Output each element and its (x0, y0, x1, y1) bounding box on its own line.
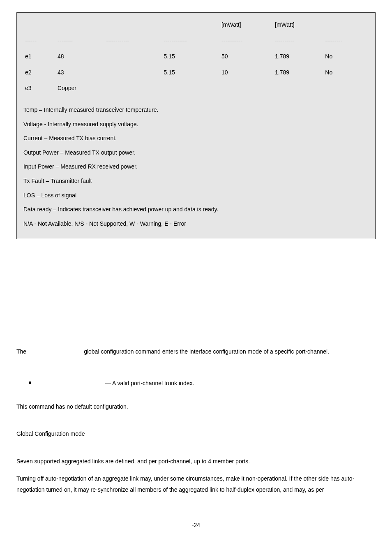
cell-volt (104, 49, 162, 65)
table-row: e2 43 5.15 10 1.789 No (23, 65, 369, 81)
dash-col2: -------- (56, 33, 104, 49)
guideline-text-2: Turning off auto-negotiation of an aggre… (16, 473, 376, 495)
note-data: Data ready – Indicates transceiver has a… (23, 204, 369, 215)
intro-paragraph: The global configuration command enters … (16, 346, 376, 357)
output-panel: [mWatt] [mWatt] ------ -------- --------… (16, 12, 376, 239)
dash-col1: ------ (23, 33, 56, 49)
bullet-icon (29, 382, 31, 384)
note-voltage: Voltage - Internally measured supply vol… (23, 119, 369, 130)
dash-col5: ----------- (220, 33, 273, 49)
cell-volt (104, 65, 162, 81)
hdr-col1 (23, 17, 56, 33)
cell-port: e3 (23, 80, 56, 96)
transceiver-table: [mWatt] [mWatt] ------ -------- --------… (23, 17, 369, 96)
default-config-text: This command has no default configuratio… (16, 401, 376, 412)
cell-temp: 48 (56, 49, 104, 65)
hdr-col6: [mWatt] (273, 17, 323, 33)
note-txfault: Tx Fault – Transmitter fault (23, 176, 369, 187)
cell-temp: Copper (56, 80, 104, 96)
table-dash-row: ------ -------- ------------ -----------… (23, 33, 369, 49)
intro-prefix: The (16, 346, 26, 357)
cell-status: No (323, 65, 369, 81)
hdr-col4 (162, 17, 220, 33)
hdr-col3 (104, 17, 162, 33)
cell-in: 1.789 (273, 65, 323, 81)
legend-notes: Temp – Internally measured transceiver t… (23, 104, 369, 229)
table-row: e1 48 5.15 50 1.789 No (23, 49, 369, 65)
table-row: e3 Copper (23, 80, 369, 96)
hdr-col7 (323, 17, 369, 33)
hdr-col5: [mWatt] (220, 17, 273, 33)
note-input: Input Power – Measured RX received power… (23, 161, 369, 172)
cell-status (323, 80, 369, 96)
cell-curr (162, 80, 220, 96)
command-mode-text: Global Configuration mode (16, 428, 376, 439)
cell-port: e1 (23, 49, 56, 65)
cell-volt (104, 80, 162, 96)
hdr-col2 (56, 17, 104, 33)
dash-col7: --------- (323, 33, 369, 49)
cell-out: 10 (220, 65, 273, 81)
cell-temp: 43 (56, 65, 104, 81)
page-number: -24 (16, 520, 376, 531)
cell-curr: 5.15 (162, 65, 220, 81)
guideline-text-1: Seven supported aggregated links are def… (16, 456, 376, 467)
cell-out: 50 (220, 49, 273, 65)
bullet-text: — A valid port-channel trunk index. (105, 378, 194, 389)
note-los: LOS – Loss of signal (23, 190, 369, 201)
note-current: Current – Measured TX bias current. (23, 133, 369, 144)
note-temp: Temp – Internally measured transceiver t… (23, 104, 369, 116)
cell-port: e2 (23, 65, 56, 81)
cell-out (220, 80, 273, 96)
dash-col4: ------------ (162, 33, 220, 49)
page: [mWatt] [mWatt] ------ -------- --------… (0, 0, 392, 547)
cell-in: 1.789 (273, 49, 323, 65)
cell-status: No (323, 49, 369, 65)
dash-col3: ------------ (104, 33, 162, 49)
param-bullet: — A valid port-channel trunk index. (29, 378, 376, 389)
cell-in (273, 80, 323, 96)
cell-curr: 5.15 (162, 49, 220, 65)
note-output: Output Power – Measured TX output power. (23, 147, 369, 158)
dash-col6: ---------- (273, 33, 323, 49)
intro-rest: global configuration command enters the … (84, 346, 329, 357)
note-na: N/A - Not Available, N/S - Not Supported… (23, 218, 369, 229)
table-header-row: [mWatt] [mWatt] (23, 17, 369, 33)
